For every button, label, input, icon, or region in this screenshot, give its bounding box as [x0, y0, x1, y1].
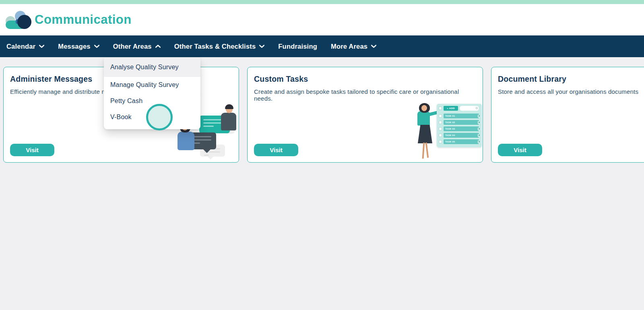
card-description: Store and access all your organisations …: [498, 89, 644, 95]
task-row: TASK 05: [444, 139, 479, 144]
top-accent-strip: [0, 0, 644, 4]
search-icon: [476, 107, 478, 109]
help-icon: ?: [478, 115, 481, 118]
speech-bubble-teal: [199, 116, 230, 133]
card-document-library: Document Library Store and access all yo…: [491, 67, 644, 163]
chevron-down-icon: [39, 45, 44, 48]
speech-bubble-dark: [181, 132, 216, 149]
page-content: Administer Messages Efficiently manage a…: [0, 57, 644, 163]
nav-item-messages[interactable]: Messages: [58, 43, 99, 50]
dropdown-item-analyse-quality-survey[interactable]: Analyse Quality Survey: [104, 58, 200, 77]
help-icon: ?: [478, 128, 481, 130]
task-panel: + ADD TASK 01 ? TASK 02 ? TASK 03 ? TASK…: [437, 104, 482, 147]
help-icon: ?: [478, 134, 481, 137]
logo-icon: [6, 10, 30, 30]
card-custom-tasks: Custom Tasks Create and assign bespoke t…: [247, 67, 483, 163]
card-title: Custom Tasks: [254, 74, 476, 84]
nav-item-calendar[interactable]: Calendar: [6, 43, 44, 50]
task-row: TASK 01: [444, 114, 479, 118]
card-row: Administer Messages Efficiently manage a…: [0, 57, 644, 163]
visit-button-administer-messages[interactable]: Visit: [10, 144, 54, 156]
card-title: Document Library: [498, 74, 644, 84]
add-task-button: + ADD: [444, 106, 458, 111]
visit-button-custom-tasks[interactable]: Visit: [254, 144, 298, 156]
visit-button-document-library[interactable]: Visit: [498, 144, 542, 156]
decorative-circle: [146, 104, 173, 130]
nav-item-other-areas[interactable]: Other Areas: [113, 43, 161, 50]
task-row: TASK 04: [444, 133, 479, 138]
nav-item-other-tasks-checklists[interactable]: Other Tasks & Checklists: [174, 43, 265, 50]
main-nav: Calendar Messages Other Areas Other Task…: [0, 35, 644, 57]
brand-logo[interactable]: Communication: [6, 10, 132, 30]
task-row: TASK 03: [444, 126, 479, 131]
search-bar: [460, 106, 479, 111]
chevron-down-icon: [94, 45, 99, 48]
chevron-down-icon: [259, 45, 264, 48]
app-header: Communication: [0, 4, 644, 35]
dropdown-item-manage-quality-survey[interactable]: Manage Quality Survey: [104, 77, 200, 93]
chevron-up-icon: [155, 45, 161, 48]
app-title: Communication: [35, 12, 132, 27]
chevron-down-icon: [371, 45, 376, 48]
card-description: Create and assign bespoke tasks tailored…: [254, 89, 476, 102]
nav-item-more-areas[interactable]: More Areas: [331, 43, 376, 50]
help-icon: ?: [478, 141, 481, 143]
task-list-illustration: + ADD TASK 01 ? TASK 02 ? TASK 03 ? TASK…: [414, 102, 483, 163]
help-icon: ?: [478, 121, 481, 124]
task-row: TASK 02: [444, 120, 479, 125]
nav-item-fundraising[interactable]: Fundraising: [278, 43, 317, 50]
man-figure: [219, 103, 236, 134]
